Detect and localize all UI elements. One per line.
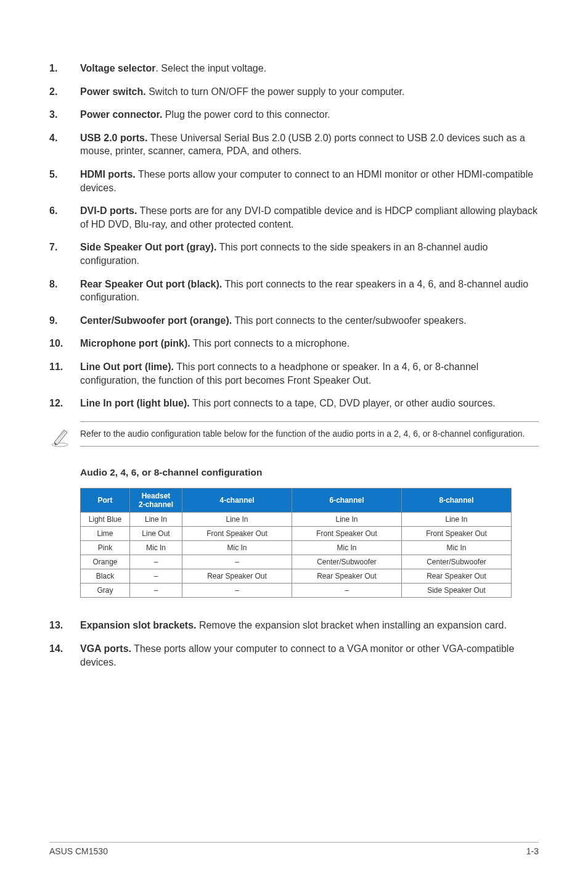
item-title: Power connector.	[80, 109, 162, 120]
item-text: Side Speaker Out port (gray). This port …	[80, 241, 539, 267]
footer-page-number: 1-3	[526, 846, 539, 856]
item-title: Center/Subwoofer port (orange).	[80, 315, 232, 326]
th-6ch: 6-channel	[292, 488, 402, 513]
table-cell: Line In	[130, 513, 182, 527]
table-row: Gray–––Side Speaker Out	[81, 584, 512, 598]
item-text: Microphone port (pink). This port connec…	[80, 337, 539, 350]
item-number: 1.	[49, 62, 80, 75]
table-cell: Center/Subwoofer	[402, 555, 512, 569]
item-title: Microphone port (pink).	[80, 338, 190, 349]
table-cell: Light Blue	[81, 513, 130, 527]
item-text: Voltage selector. Select the input volta…	[80, 62, 539, 75]
item-number: 8.	[49, 278, 80, 304]
definition-list-1: 1.Voltage selector. Select the input vol…	[49, 62, 539, 410]
table-cell: Pink	[81, 541, 130, 555]
item-title: Rear Speaker Out port (black).	[80, 279, 222, 289]
item-text: Line Out port (lime). This port connects…	[80, 360, 539, 387]
table-row: Orange––Center/SubwooferCenter/Subwoofer	[81, 555, 512, 569]
definition-item: 4.USB 2.0 ports. These Universal Serial …	[49, 131, 539, 158]
table-cell: Orange	[81, 555, 130, 569]
definition-list-2: 13.Expansion slot brackets. Remove the e…	[49, 619, 539, 669]
definition-item: 3.Power connector. Plug the power cord t…	[49, 108, 539, 122]
table-cell: Black	[81, 569, 130, 584]
table-cell: Line In	[182, 513, 292, 527]
definition-item: 10.Microphone port (pink). This port con…	[49, 337, 539, 350]
table-row: PinkMic InMic InMic InMic In	[81, 541, 512, 555]
table-cell: –	[130, 555, 182, 569]
item-title: DVI-D ports.	[80, 205, 137, 216]
table-cell: Front Speaker Out	[402, 527, 512, 541]
table-cell: –	[182, 555, 292, 569]
definition-item: 5.HDMI ports. These ports allow your com…	[49, 168, 539, 194]
item-title: Side Speaker Out port (gray).	[80, 242, 216, 252]
table-cell: Side Speaker Out	[402, 584, 512, 598]
item-text: Center/Subwoofer port (orange). This por…	[80, 314, 539, 328]
item-title: Power switch.	[80, 86, 146, 97]
item-number: 10.	[49, 337, 80, 350]
item-number: 9.	[49, 314, 80, 328]
item-number: 7.	[49, 241, 80, 267]
note-text: Refer to the audio configuration table b…	[80, 421, 539, 447]
item-number: 3.	[49, 108, 80, 122]
item-text: USB 2.0 ports. These Universal Serial Bu…	[80, 131, 539, 158]
audio-config-table: Port Headset 2-channel 4-channel 6-chann…	[80, 488, 512, 598]
item-number: 13.	[49, 619, 80, 632]
item-title: Voltage selector	[80, 63, 155, 73]
table-cell: Front Speaker Out	[182, 527, 292, 541]
th-8ch: 8-channel	[402, 488, 512, 513]
page-footer: ASUS CM1530 1-3	[49, 842, 539, 856]
item-text: VGA ports. These ports allow your comput…	[80, 642, 539, 669]
table-cell: Mic In	[130, 541, 182, 555]
item-title: HDMI ports.	[80, 169, 136, 179]
table-cell: Rear Speaker Out	[182, 569, 292, 584]
table-cell: Mic In	[402, 541, 512, 555]
item-number: 14.	[49, 642, 80, 669]
definition-item: 1.Voltage selector. Select the input vol…	[49, 62, 539, 75]
definition-item: 6.DVI-D ports. These ports are for any D…	[49, 204, 539, 231]
table-cell: Line In	[292, 513, 402, 527]
table-row: Light BlueLine InLine InLine InLine In	[81, 513, 512, 527]
item-title: VGA ports.	[80, 643, 131, 654]
table-cell: Front Speaker Out	[292, 527, 402, 541]
item-text: Power connector. Plug the power cord to …	[80, 108, 539, 122]
table-cell: Lime	[81, 527, 130, 541]
svg-point-0	[52, 443, 68, 447]
table-cell: Rear Speaker Out	[292, 569, 402, 584]
table-cell: Line Out	[130, 527, 182, 541]
th-2ch: Headset 2-channel	[130, 488, 182, 513]
note-callout: Refer to the audio configuration table b…	[49, 421, 539, 450]
item-title: USB 2.0 ports.	[80, 133, 147, 143]
table-cell: –	[292, 584, 402, 598]
table-row: Black–Rear Speaker OutRear Speaker OutRe…	[81, 569, 512, 584]
item-text: Line In port (light blue). This port con…	[80, 397, 539, 410]
definition-item: 13.Expansion slot brackets. Remove the e…	[49, 619, 539, 632]
audio-config-heading: Audio 2, 4, 6, or 8-channel configuratio…	[80, 467, 539, 478]
th-4ch: 4-channel	[182, 488, 292, 513]
item-title: Line Out port (lime).	[80, 361, 174, 372]
item-number: 11.	[49, 360, 80, 387]
item-title: Line In port (light blue).	[80, 398, 190, 408]
table-cell: –	[130, 584, 182, 598]
definition-item: 7.Side Speaker Out port (gray). This por…	[49, 241, 539, 267]
table-cell: –	[182, 584, 292, 598]
table-cell: Line In	[402, 513, 512, 527]
definition-item: 8.Rear Speaker Out port (black). This po…	[49, 278, 539, 304]
definition-item: 9.Center/Subwoofer port (orange). This p…	[49, 314, 539, 328]
table-row: LimeLine OutFront Speaker OutFront Speak…	[81, 527, 512, 541]
table-cell: Rear Speaker Out	[402, 569, 512, 584]
table-cell: Center/Subwoofer	[292, 555, 402, 569]
definition-item: 14.VGA ports. These ports allow your com…	[49, 642, 539, 669]
item-number: 12.	[49, 397, 80, 410]
definition-item: 12.Line In port (light blue). This port …	[49, 397, 539, 410]
table-cell: Gray	[81, 584, 130, 598]
th-port: Port	[81, 488, 130, 513]
note-pencil-icon	[49, 421, 80, 450]
definition-item: 11.Line Out port (lime). This port conne…	[49, 360, 539, 387]
item-text: Power switch. Switch to turn ON/OFF the …	[80, 85, 539, 99]
item-text: DVI-D ports. These ports are for any DVI…	[80, 204, 539, 231]
item-text: HDMI ports. These ports allow your compu…	[80, 168, 539, 194]
footer-product: ASUS CM1530	[49, 846, 108, 856]
item-number: 6.	[49, 204, 80, 231]
definition-item: 2.Power switch. Switch to turn ON/OFF th…	[49, 85, 539, 99]
item-number: 5.	[49, 168, 80, 194]
